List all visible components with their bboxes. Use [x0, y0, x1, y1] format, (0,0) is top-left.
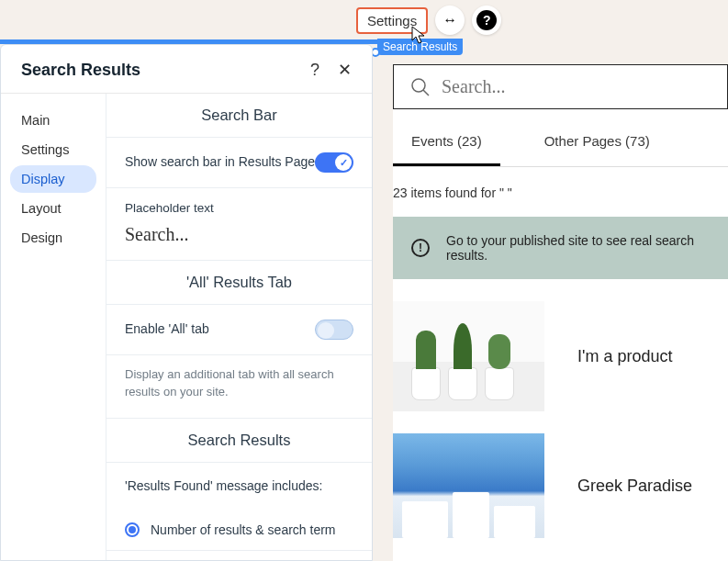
nav-item-settings[interactable]: Settings	[10, 136, 96, 163]
placeholder-label: Placeholder text	[106, 188, 372, 217]
top-toolbar: Settings ↔ ?	[0, 0, 728, 42]
row-label: Show search bar in Results Page	[125, 153, 315, 172]
result-title: Greek Paradise	[577, 477, 692, 496]
check-icon: ✓	[340, 157, 348, 169]
result-row[interactable]: I'm a product	[393, 279, 728, 411]
panel-title: Search Results	[21, 61, 301, 80]
toggle-enable-all-tab[interactable]	[315, 320, 353, 340]
panel-close-button[interactable]: ✕	[329, 60, 355, 80]
panel-header: Search Results ? ✕	[1, 45, 372, 94]
radio-label: Number of results & search term	[151, 522, 336, 537]
preview-area: Search... Events (23) Other Pages (73) 2…	[393, 64, 728, 561]
help-button[interactable]: ?	[472, 6, 501, 35]
section-heading: Search Bar	[106, 94, 372, 137]
result-thumbnail	[393, 301, 544, 411]
side-nav: Main Settings Display Layout Design	[1, 94, 106, 560]
row-message-includes: 'Results Found' message includes:	[106, 462, 372, 511]
row-help-text: Display an additional tab with all searc…	[106, 354, 372, 418]
row-label: Enable 'All' tab	[125, 320, 315, 339]
row-show-search-bar: Show search bar in Results Page ✓	[106, 137, 372, 187]
question-icon: ?	[476, 10, 497, 30]
svg-point-0	[412, 79, 425, 92]
row-enable-all-tab: Enable 'All' tab	[106, 304, 372, 354]
panel-body: Main Settings Display Layout Design Sear…	[1, 94, 372, 560]
swap-icon: ↔	[442, 12, 457, 28]
search-icon	[410, 77, 431, 97]
settings-panel: Search Results ? ✕ Main Settings Display…	[0, 44, 373, 561]
search-box[interactable]: Search...	[393, 64, 728, 109]
nav-item-display[interactable]: Display	[10, 165, 96, 193]
result-title: I'm a product	[577, 347, 672, 366]
panel-help-button[interactable]: ?	[301, 61, 329, 80]
panel-content: Search Bar Show search bar in Results Pa…	[106, 94, 372, 560]
placeholder-block: Placeholder text	[106, 187, 372, 260]
swap-button[interactable]: ↔	[435, 6, 465, 35]
nav-item-main[interactable]: Main	[10, 107, 96, 134]
radio-number-and-term[interactable]	[125, 522, 140, 537]
toggle-show-search-bar[interactable]: ✓	[315, 152, 353, 173]
nav-item-layout[interactable]: Layout	[10, 195, 96, 222]
tab-events[interactable]: Events (23)	[393, 118, 500, 166]
section-search-results: Search Results 'Results Found' message i…	[106, 419, 372, 552]
info-banner: ! Go to your published site to see real …	[393, 217, 728, 279]
svg-line-1	[423, 90, 429, 95]
search-placeholder: Search...	[442, 76, 505, 97]
section-all-tab: 'All' Results Tab Enable 'All' tab Displ…	[106, 261, 372, 419]
result-row[interactable]: Greek Paradise	[393, 411, 728, 538]
info-icon: !	[411, 239, 430, 257]
section-heading: 'All' Results Tab	[106, 261, 372, 304]
section-search-bar: Search Bar Show search bar in Results Pa…	[106, 94, 372, 261]
tabs: Events (23) Other Pages (73)	[393, 118, 728, 167]
result-thumbnail	[393, 433, 544, 538]
info-banner-text: Go to your published site to see real se…	[446, 233, 710, 263]
tab-other-pages[interactable]: Other Pages (73)	[526, 118, 668, 166]
row-label: 'Results Found' message includes:	[125, 477, 353, 496]
items-found-text: 23 items found for " "	[393, 167, 728, 217]
selection-label[interactable]: Search Results	[377, 39, 463, 55]
section-heading: Search Results	[106, 419, 372, 462]
settings-button[interactable]: Settings	[356, 7, 428, 34]
radio-row: Number of results & search term	[106, 510, 372, 550]
placeholder-input[interactable]	[106, 217, 372, 260]
nav-item-design[interactable]: Design	[10, 224, 96, 252]
